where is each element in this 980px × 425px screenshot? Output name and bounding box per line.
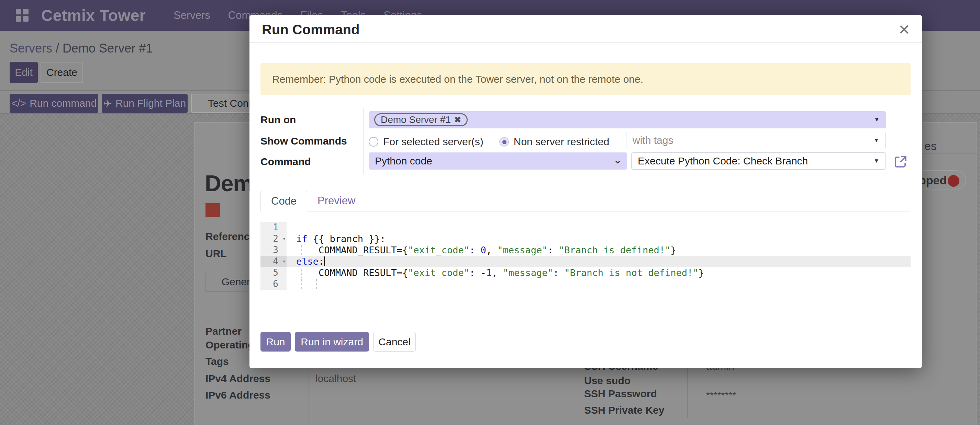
nav-item-servers[interactable]: Servers: [173, 9, 210, 22]
code-line[interactable]: COMMAND_RESULT={"exit_code": 0, "message…: [286, 244, 911, 256]
command-type-select[interactable]: Python code ⌄: [369, 152, 627, 170]
run-command-dialog: Run Command ✕ Remember: Python code is e…: [250, 15, 922, 368]
create-button[interactable]: Create: [41, 62, 83, 83]
code-line[interactable]: else:: [286, 256, 911, 267]
chevron-down-icon[interactable]: ⌄: [613, 153, 622, 166]
tab-preview[interactable]: Preview: [307, 190, 366, 211]
edit-button[interactable]: Edit: [10, 62, 38, 83]
warning-banner: Remember: Python code is executed on the…: [261, 63, 911, 95]
with-tags-select[interactable]: with tags ▼: [626, 132, 886, 149]
breadcrumb-servers-link[interactable]: Servers: [10, 41, 52, 55]
status-label-truncated: pped: [919, 174, 947, 187]
radio-for-selected-servers-label[interactable]: For selected server(s): [383, 136, 484, 147]
indent-guide: [301, 279, 302, 289]
server-tag[interactable]: Demo Server #1 ✖: [374, 113, 468, 126]
code-token: "message": [497, 245, 547, 255]
divider: [363, 108, 364, 174]
dialog-title: Run Command: [262, 22, 360, 37]
operating-system-label: Operating: [205, 339, 254, 351]
code-line[interactable]: COMMAND_RESULT={"exit_code": -1, "messag…: [286, 267, 911, 278]
run-on-multiselect[interactable]: Demo Server #1 ✖ ▼: [369, 111, 886, 128]
code-icon: </>: [11, 97, 26, 109]
plane-icon: ✈: [103, 97, 112, 109]
ssh-username-label: SSH Username: [584, 368, 658, 372]
code-token: -: [480, 267, 486, 278]
command-type-value: Python code: [375, 155, 432, 167]
code-token: COMMAND_RESULT={: [296, 267, 408, 278]
run-button[interactable]: Run: [261, 332, 291, 352]
radio-non-server-restricted[interactable]: [499, 137, 509, 147]
ssh-private-key-label: SSH Private Key: [584, 404, 664, 416]
gutter-line-number: 5: [261, 267, 286, 278]
command-value: Execute Python Code: Check Branch: [638, 155, 808, 167]
external-link-icon[interactable]: [893, 154, 908, 169]
caret-down-icon[interactable]: ▼: [873, 137, 879, 144]
show-commands-radios: For selected server(s) Non server restri…: [369, 136, 609, 147]
divider: [309, 368, 309, 425]
tag-remove-icon[interactable]: ✖: [454, 115, 461, 125]
code-token: "Branch is defined!": [559, 245, 670, 255]
fold-arrow-icon[interactable]: ▾: [282, 256, 286, 267]
fold-arrow-icon[interactable]: ▾: [282, 233, 286, 244]
color-ribbon: [205, 203, 220, 217]
gutter-line-number: 1: [261, 222, 286, 233]
code-line[interactable]: [286, 222, 911, 233]
radio-for-selected-servers[interactable]: [369, 137, 378, 147]
command-select[interactable]: Execute Python Code: Check Branch ▼: [631, 152, 886, 170]
cancel-button[interactable]: Cancel: [373, 332, 416, 352]
code-line[interactable]: if {{ branch }}:: [286, 233, 911, 244]
gutter-line-number: 4▾: [261, 256, 286, 267]
breadcrumb-separator: /: [56, 41, 59, 55]
ipv4-value: localhost: [315, 373, 356, 384]
code-token: :: [469, 267, 481, 278]
code-token: :: [469, 245, 481, 255]
radio-non-server-restricted-label[interactable]: Non server restricted: [514, 136, 609, 147]
breadcrumb-current: Demo Server #1: [62, 41, 153, 55]
command-label: Command: [261, 156, 311, 168]
code-line[interactable]: [286, 278, 911, 290]
ssh-username-value: admin: [706, 368, 734, 372]
run-on-label: Run on: [261, 114, 296, 126]
code-token: }: [670, 245, 676, 255]
indent-guide: [316, 279, 317, 289]
ipv4-label: IPv4 Address: [205, 373, 270, 384]
tags-label: Tags: [205, 356, 229, 367]
code-token: COMMAND_RESULT={: [296, 245, 408, 255]
indent-guide: [301, 245, 302, 255]
code-token: :: [548, 245, 559, 255]
code-token: }: [698, 267, 704, 278]
code-token: :: [318, 256, 324, 267]
apps-grid-icon[interactable]: [16, 9, 29, 22]
code-token: ,: [492, 267, 503, 278]
run-command-button[interactable]: </> Run command: [10, 94, 98, 113]
show-commands-label: Show Commands: [261, 135, 347, 147]
divider: [687, 368, 687, 418]
brand-title: Cetmix Tower: [41, 6, 146, 25]
code-token: 1: [486, 267, 492, 278]
caret-down-icon[interactable]: ▼: [873, 158, 879, 165]
truncated-panel-header: es: [924, 140, 937, 153]
code-token: "exit_code": [408, 267, 469, 278]
code-token: "message": [503, 267, 553, 278]
text-cursor: [324, 257, 325, 266]
editor-code-lines[interactable]: if {{ branch }}: COMMAND_RESULT={"exit_c…: [286, 222, 911, 290]
run-flight-plan-button[interactable]: ✈ Run Flight Plan: [102, 94, 188, 113]
indent-guide: [301, 268, 302, 278]
gutter-line-number: 2▾: [261, 233, 286, 244]
partner-label: Partner: [205, 325, 242, 337]
close-icon[interactable]: ✕: [898, 21, 910, 38]
with-tags-placeholder: with tags: [633, 135, 673, 146]
code-token: "Branch is not defined!": [564, 267, 698, 278]
ssh-password-value: ********: [706, 390, 736, 401]
ssh-username-row-clipped: SSH Username admin: [584, 368, 893, 373]
status-dot-icon: [948, 175, 959, 187]
code-token: else: [296, 256, 318, 267]
server-tag-label: Demo Server #1: [381, 114, 451, 125]
ipv6-label: IPv6 Address: [205, 389, 270, 401]
run-in-wizard-button[interactable]: Run in wizard: [295, 332, 369, 352]
code-token: 0: [480, 245, 486, 255]
caret-down-icon[interactable]: ▼: [874, 116, 880, 123]
breadcrumb: Servers / Demo Server #1: [10, 41, 153, 56]
code-editor[interactable]: 12▾34▾56 if {{ branch }}: COMMAND_RESULT…: [261, 222, 911, 290]
tab-code[interactable]: Code: [261, 191, 307, 211]
